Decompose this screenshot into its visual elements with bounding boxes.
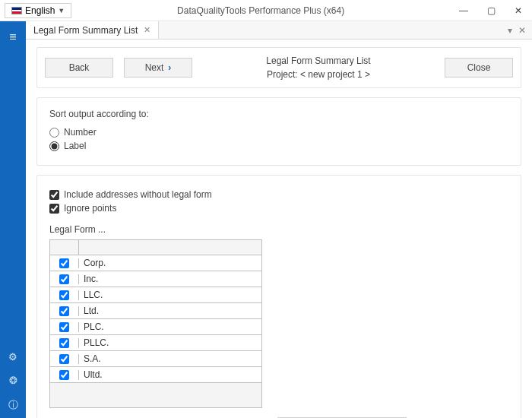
- radio-number[interactable]: Number: [49, 127, 508, 138]
- row-checkbox[interactable]: [59, 370, 69, 380]
- tab-legal-form-summary[interactable]: Legal Form Summary List ✕: [26, 21, 159, 39]
- minimize-button[interactable]: —: [450, 0, 477, 21]
- table-row[interactable]: Ltd.: [50, 303, 261, 319]
- sidebar: ≡ ⚙ ❂ ⓘ: [0, 21, 26, 418]
- window-title: DataQualityTools Performance Plus (x64): [71, 5, 450, 16]
- options-panel: Include addresses without legal form Ign…: [36, 175, 521, 418]
- page-heading: Legal Form Summary List: [203, 54, 434, 68]
- chevron-right-icon: ›: [168, 62, 171, 73]
- gear-icon[interactable]: ⚙: [8, 345, 17, 369]
- language-label: English: [25, 5, 55, 16]
- row-checkbox[interactable]: [59, 306, 69, 316]
- row-label: PLLC.: [79, 337, 109, 348]
- language-selector[interactable]: English ▼: [5, 3, 71, 18]
- close-button[interactable]: Close: [445, 58, 513, 78]
- row-label: Ultd.: [79, 369, 103, 380]
- row-label: PLC.: [79, 321, 104, 332]
- row-label: Corp.: [79, 258, 106, 268]
- grid-caption: Legal Form ...: [49, 224, 508, 235]
- maximize-button[interactable]: ▢: [477, 0, 505, 21]
- table-row[interactable]: S.A.: [50, 351, 261, 367]
- row-checkbox[interactable]: [59, 354, 69, 364]
- close-tab-icon[interactable]: ✕: [144, 25, 150, 35]
- table-row[interactable]: Ultd.: [50, 367, 261, 383]
- nav-row: Back Next› Legal Form Summary List Proje…: [36, 47, 521, 88]
- row-checkbox[interactable]: [59, 274, 69, 284]
- tab-strip: Legal Form Summary List ✕ ▾ ✕: [26, 21, 532, 40]
- check-include-no-form[interactable]: Include addresses without legal form: [49, 189, 508, 200]
- back-button[interactable]: Back: [45, 58, 113, 78]
- row-checkbox[interactable]: [59, 258, 69, 268]
- project-label: Project: < new project 1 >: [203, 68, 434, 81]
- table-row[interactable]: Corp.: [50, 255, 261, 271]
- title-bar: English ▼ DataQualityTools Performance P…: [0, 0, 532, 21]
- menu-icon[interactable]: ≡: [5, 26, 21, 49]
- check-ignore-points[interactable]: Ignore points: [49, 203, 508, 214]
- table-row[interactable]: PLLC.: [50, 335, 261, 351]
- sort-panel: Sort output according to: Number Label: [36, 97, 521, 166]
- info-icon[interactable]: ⓘ: [8, 392, 18, 418]
- tab-label: Legal Form Summary List: [33, 25, 138, 36]
- row-label: Ltd.: [79, 306, 99, 316]
- help-icon[interactable]: ❂: [9, 369, 17, 392]
- tab-menu-icon[interactable]: ▾: [508, 25, 512, 36]
- table-row[interactable]: PLC.: [50, 319, 261, 335]
- close-window-button[interactable]: ✕: [505, 0, 532, 21]
- table-row[interactable]: LLC.: [50, 287, 261, 303]
- row-checkbox[interactable]: [59, 290, 69, 300]
- flag-icon: [11, 7, 22, 14]
- row-label: LLC.: [79, 290, 103, 300]
- legal-form-grid[interactable]: Corp.Inc.LLC.Ltd.PLC.PLLC.S.A.Ultd.: [49, 239, 262, 408]
- radio-label[interactable]: Label: [49, 141, 508, 151]
- row-label: Inc.: [79, 274, 98, 284]
- table-row[interactable]: Inc.: [50, 271, 261, 287]
- tab-close-all-icon[interactable]: ✕: [518, 25, 526, 36]
- sort-label: Sort output according to:: [49, 109, 508, 119]
- next-button[interactable]: Next›: [124, 58, 192, 78]
- dropdown-icon: ▼: [58, 7, 65, 14]
- row-checkbox[interactable]: [59, 338, 69, 348]
- row-label: S.A.: [79, 353, 101, 364]
- row-checkbox[interactable]: [59, 322, 69, 332]
